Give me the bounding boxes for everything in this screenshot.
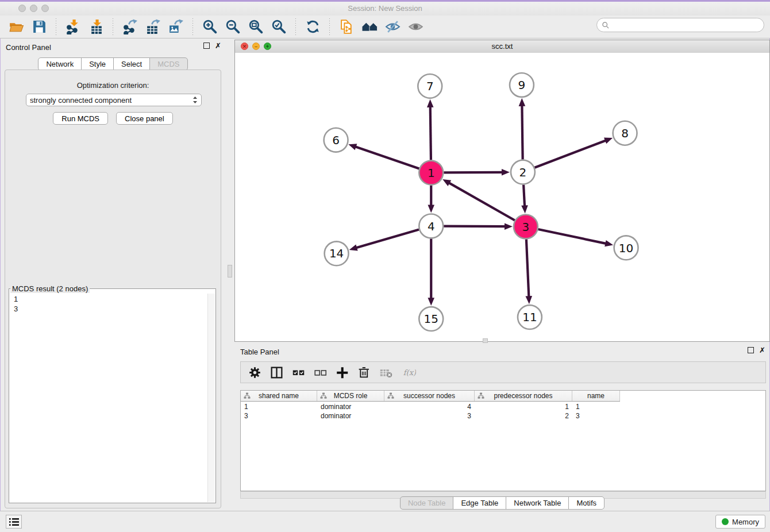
deselect-all-icon[interactable] (312, 364, 328, 380)
network-canvas[interactable]: 1234678910111415 (235, 53, 769, 341)
control-panel-tabs: NetworkStyleSelectMCDS (38, 57, 187, 71)
float-table-panel-icon[interactable] (748, 347, 754, 353)
search-box[interactable] (596, 18, 764, 32)
table-panel: Table Panel ✗ f(x) shared nameMCDS roles… (234, 344, 770, 513)
export-table-icon[interactable] (141, 18, 164, 36)
edge-arrowhead-icon (525, 296, 532, 304)
houses-icon[interactable] (358, 18, 381, 36)
tab-style[interactable]: Style (81, 57, 114, 71)
select-all-icon[interactable] (290, 364, 306, 380)
node-label: 10 (619, 241, 633, 255)
graph-edge-1-2[interactable] (444, 172, 503, 173)
tab-edge-table[interactable]: Edge Table (453, 496, 506, 510)
column-label: successor nodes (403, 392, 455, 400)
add-icon[interactable] (334, 364, 350, 380)
graph-edge-4-3[interactable] (444, 226, 506, 227)
graph-edge-3-11[interactable] (526, 239, 529, 297)
dropdown-value: strongly connected component (30, 96, 192, 105)
gear-icon[interactable] (247, 364, 263, 380)
graph-edge-3-1[interactable] (449, 183, 515, 221)
graph-edge-1-6[interactable] (355, 147, 419, 168)
table-cell: 2 (475, 411, 572, 421)
task-history-button[interactable] (6, 515, 22, 529)
close-panel-button[interactable]: Close panel (116, 112, 173, 125)
run-mcds-button[interactable]: Run MCDS (53, 112, 108, 125)
column-header-MCDS-role[interactable]: MCDS role (317, 391, 384, 401)
show-all-icon[interactable] (404, 18, 427, 36)
node-label: 2 (519, 165, 527, 179)
zoom-selected-icon[interactable] (267, 18, 290, 36)
graph-node-7[interactable]: 7 (418, 74, 442, 98)
column-header-shared-name[interactable]: shared name (241, 391, 317, 401)
close-table-panel-icon[interactable]: ✗ (759, 347, 765, 353)
graph-edge-2-8[interactable] (534, 140, 606, 168)
graph-edge-3-10[interactable] (538, 229, 606, 244)
toolbar-separator (329, 18, 330, 36)
function-icon: f(x) (399, 364, 419, 380)
edge-arrowhead-icon (428, 298, 434, 306)
zoom-fit-icon[interactable] (244, 18, 267, 36)
column-label: shared name (259, 392, 299, 400)
graph-node-6[interactable]: 6 (324, 128, 348, 152)
export-image-icon[interactable] (164, 18, 187, 36)
search-input[interactable] (610, 20, 764, 30)
clipboard-network-icon[interactable] (335, 18, 358, 36)
tab-node-table[interactable]: Node Table (400, 496, 454, 510)
column-header-predecessor-nodes[interactable]: predecessor nodes (475, 391, 572, 401)
hide-visible-icon[interactable] (381, 18, 404, 36)
export-network-icon[interactable] (118, 18, 141, 36)
float-panel-icon[interactable] (203, 43, 210, 49)
status-bar: Memory (0, 511, 770, 532)
graph-edge-4-14[interactable] (356, 230, 419, 248)
svg-text:f(x): f(x) (403, 368, 415, 377)
save-icon[interactable] (28, 18, 51, 36)
graph-node-2[interactable]: 2 (511, 160, 535, 184)
graph-node-9[interactable]: 9 (510, 73, 534, 97)
mcds-panel: Optimization criterion: strongly connect… (5, 70, 221, 508)
graph-edge-2-3[interactable] (523, 185, 525, 207)
graph-node-4[interactable]: 4 (419, 214, 443, 238)
column-header-name[interactable]: name (572, 391, 620, 401)
network-view-window: ✕ – + scc.txt 1234678910111415 (234, 40, 770, 342)
graph-node-15[interactable]: 15 (419, 307, 443, 331)
columns-icon[interactable] (268, 364, 284, 380)
open-folder-icon[interactable] (5, 18, 28, 36)
graph-edge-1-7[interactable] (430, 106, 431, 160)
table-toolbar: f(x) (240, 361, 766, 383)
import-table-icon[interactable] (84, 18, 107, 36)
table-row[interactable]: 3dominator323 (241, 411, 765, 421)
delete-table-icon (378, 364, 394, 380)
node-label: 6 (332, 133, 340, 147)
tab-network-table[interactable]: Network Table (506, 496, 569, 510)
import-network-icon[interactable] (61, 18, 84, 36)
optimization-dropdown[interactable]: strongly connected component (26, 94, 202, 106)
horizontal-splitter-handle[interactable] (483, 338, 488, 343)
mcds-result-title: MCDS result (2 nodes) (10, 284, 90, 293)
graph-node-3[interactable]: 3 (514, 214, 538, 238)
graph-node-8[interactable]: 8 (613, 121, 637, 145)
tree-icon (387, 392, 394, 399)
tab-select[interactable]: Select (113, 57, 150, 71)
node-table[interactable]: shared nameMCDS rolesuccessor nodesprede… (240, 390, 766, 491)
trash-icon[interactable] (356, 364, 372, 380)
close-panel-icon[interactable]: ✗ (215, 43, 221, 49)
result-scrollbar[interactable] (207, 294, 215, 502)
vertical-splitter-handle[interactable] (228, 265, 232, 277)
graph-node-11[interactable]: 11 (518, 305, 542, 329)
table-cell: dominator (317, 402, 384, 411)
tab-motifs[interactable]: Motifs (568, 496, 605, 510)
memory-button[interactable]: Memory (715, 515, 765, 529)
tree-icon (320, 392, 327, 399)
table-row[interactable]: 1dominator411 (241, 402, 765, 411)
search-icon (602, 21, 610, 29)
column-header-successor-nodes[interactable]: successor nodes (384, 391, 475, 401)
zoom-out-icon[interactable] (221, 18, 244, 36)
graph-node-1[interactable]: 1 (419, 161, 443, 185)
tab-mcds[interactable]: MCDS (149, 57, 187, 71)
refresh-icon[interactable] (301, 18, 324, 36)
zoom-in-icon[interactable] (198, 18, 221, 36)
graph-edge-2-9[interactable] (522, 105, 522, 160)
graph-node-14[interactable]: 14 (325, 241, 349, 265)
graph-node-10[interactable]: 10 (614, 236, 638, 260)
tab-network[interactable]: Network (38, 57, 82, 71)
